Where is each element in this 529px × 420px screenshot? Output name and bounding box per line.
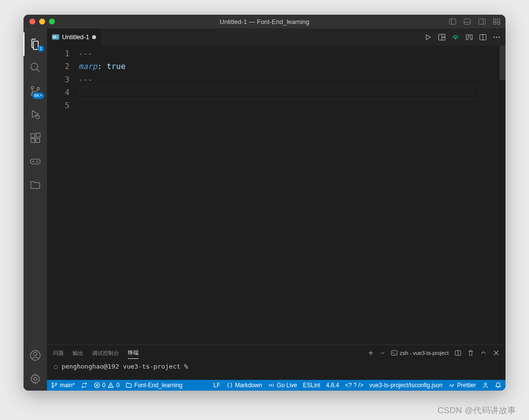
editor-tabbar: M↓ Untitled-1 xyxy=(47,28,505,46)
folder-icon xyxy=(29,179,41,191)
activity-run-debug[interactable] xyxy=(24,103,47,126)
preview-side-icon[interactable] xyxy=(438,33,446,41)
activity-explorer[interactable]: 1 xyxy=(24,32,47,56)
trash-icon[interactable] xyxy=(467,350,474,356)
extensions-icon xyxy=(29,132,41,144)
activity-source-control[interactable]: 9K+ xyxy=(24,79,47,103)
status-language[interactable]: Markdown xyxy=(226,382,262,389)
more-actions-icon[interactable] xyxy=(493,33,501,41)
editor-actions xyxy=(424,28,505,46)
broadcast-icon xyxy=(268,382,275,389)
svg-point-46 xyxy=(52,386,53,388)
activity-settings[interactable] xyxy=(24,367,47,391)
split-diff-icon[interactable] xyxy=(465,33,473,41)
status-sync[interactable] xyxy=(81,382,88,389)
activity-search[interactable] xyxy=(24,56,47,79)
prompt-indicator: ○ xyxy=(54,363,62,370)
status-problems[interactable]: 0 0 xyxy=(94,382,120,389)
status-eol[interactable]: LF xyxy=(214,382,220,389)
run-icon[interactable] xyxy=(424,33,432,41)
svg-rect-9 xyxy=(498,23,500,24)
git-branch-icon xyxy=(51,382,58,389)
status-eslint[interactable]: ESLint xyxy=(303,382,320,389)
code-editor[interactable]: 1 2 3 4 5 --- marp: true --- xyxy=(47,46,505,345)
svg-point-31 xyxy=(455,37,457,39)
activity-bar: 1 9K+ xyxy=(24,28,47,391)
traffic-lights xyxy=(24,19,55,24)
status-notifications[interactable] xyxy=(495,382,502,389)
close-panel-icon[interactable] xyxy=(493,350,500,356)
status-feedback[interactable] xyxy=(482,382,489,389)
minimap-scrollbar[interactable] xyxy=(500,46,505,80)
layout-sidebar-right-icon[interactable] xyxy=(478,18,486,25)
split-terminal-icon[interactable] xyxy=(455,350,461,356)
svg-point-47 xyxy=(55,383,57,385)
svg-rect-4 xyxy=(479,19,485,24)
marp-preview-icon[interactable] xyxy=(452,33,459,41)
svg-point-16 xyxy=(36,116,40,119)
line-number: 3 xyxy=(47,73,70,86)
svg-point-10 xyxy=(31,63,38,70)
activity-extensions[interactable] xyxy=(24,126,47,150)
panel-tab-terminal[interactable]: 终端 xyxy=(128,347,139,359)
watermark-text: CSDN @代码讲故事 xyxy=(437,405,516,416)
gamepad-icon xyxy=(29,158,41,165)
svg-point-12 xyxy=(31,87,34,89)
close-window-button[interactable] xyxy=(29,19,35,24)
person-icon xyxy=(482,382,489,389)
terminal-shell-selector[interactable]: zsh - vue3-ts-project xyxy=(391,350,449,356)
editor-tab[interactable]: M↓ Untitled-1 xyxy=(47,28,101,46)
activity-folder[interactable] xyxy=(24,173,47,197)
split-editor-icon[interactable] xyxy=(479,33,487,41)
svg-marker-15 xyxy=(32,111,38,117)
layout-sidebar-left-icon[interactable] xyxy=(449,18,457,25)
sync-icon xyxy=(81,382,88,389)
line-number: 1 xyxy=(47,47,70,60)
svg-point-30 xyxy=(443,36,444,38)
svg-point-36 xyxy=(499,36,500,37)
panel-actions: zsh - vue3-ts-project xyxy=(367,350,500,356)
shell-label: zsh - vue3-ts-project xyxy=(400,350,449,356)
new-terminal-icon[interactable] xyxy=(367,350,374,356)
status-prettier[interactable]: Prettier xyxy=(448,382,476,389)
minimize-window-button[interactable] xyxy=(39,19,45,24)
activity-game[interactable] xyxy=(24,150,47,173)
status-tsconfig[interactable]: vue3-ts-project/tsconfig.json xyxy=(369,382,442,389)
code-text: --- xyxy=(78,49,93,58)
svg-point-35 xyxy=(496,36,497,37)
panel-tab-problems[interactable]: 问题 xyxy=(53,348,64,359)
titlebar: Untitled-1 — Font-End_learning xyxy=(24,15,505,28)
status-branch[interactable]: main* xyxy=(51,382,75,389)
panel-tab-debug[interactable]: 调试控制台 xyxy=(92,348,119,359)
terminal-body[interactable]: ○ penghonghao@192 vue3-ts-project % xyxy=(47,361,505,380)
dirty-indicator-icon xyxy=(92,35,96,39)
explorer-badge: 1 xyxy=(38,46,44,52)
chevron-up-icon[interactable] xyxy=(480,350,487,356)
maximize-window-button[interactable] xyxy=(49,19,55,24)
code-content[interactable]: --- marp: true --- xyxy=(78,46,505,345)
svg-rect-17 xyxy=(31,134,35,138)
svg-marker-27 xyxy=(426,35,431,40)
line-number: 5 xyxy=(47,99,70,112)
svg-rect-7 xyxy=(498,19,500,22)
layout-panel-icon[interactable] xyxy=(463,18,471,25)
activity-accounts[interactable] xyxy=(24,344,47,367)
svg-line-11 xyxy=(37,69,40,72)
line-number: 4 xyxy=(47,86,70,99)
customize-layout-icon[interactable] xyxy=(493,18,501,25)
status-golive[interactable]: Go Live xyxy=(268,382,297,389)
svg-point-34 xyxy=(494,36,495,37)
status-tag[interactable]: <? ? /> xyxy=(345,382,363,389)
svg-point-25 xyxy=(34,352,37,356)
svg-point-22 xyxy=(33,161,34,162)
panel-tab-output[interactable]: 输出 xyxy=(72,348,83,359)
bottom-panel: 问题 输出 调试控制台 终端 zsh - vue3-ts-project xyxy=(47,345,505,380)
chevron-down-icon[interactable] xyxy=(380,350,385,355)
braces-icon xyxy=(226,382,233,389)
folder-icon xyxy=(125,382,132,389)
status-version[interactable]: 4.8.4 xyxy=(326,382,339,389)
window-body: 1 9K+ xyxy=(24,28,505,391)
status-folder[interactable]: Font-End_learning xyxy=(125,382,183,389)
svg-rect-2 xyxy=(464,19,471,24)
svg-point-26 xyxy=(34,377,37,380)
